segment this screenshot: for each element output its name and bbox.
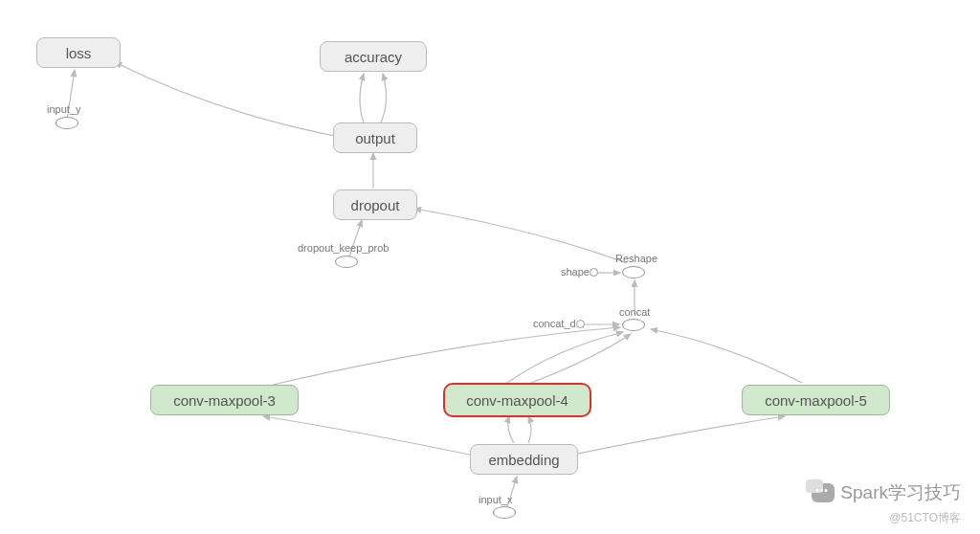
reshape-ellipse[interactable] bbox=[622, 266, 645, 278]
watermark-sub: @51CTO博客 bbox=[889, 510, 961, 526]
node-label: loss bbox=[66, 45, 92, 61]
watermark-main: Spark学习技巧 bbox=[812, 480, 961, 505]
concat-ellipse[interactable] bbox=[622, 319, 645, 331]
input-y-ellipse[interactable] bbox=[56, 117, 78, 129]
chat-icon bbox=[812, 483, 835, 502]
dropout-node[interactable]: dropout bbox=[333, 189, 417, 220]
watermark-text: Spark学习技巧 bbox=[840, 480, 961, 505]
dropout-keep-prob-ellipse[interactable] bbox=[335, 256, 358, 268]
reshape-label: Reshape bbox=[615, 253, 657, 264]
loss-node[interactable]: loss bbox=[36, 37, 121, 68]
node-label: dropout bbox=[351, 197, 400, 213]
input-x-label: input_x bbox=[479, 494, 512, 505]
concat-label: concat bbox=[619, 306, 650, 318]
concat-d-circle[interactable] bbox=[576, 320, 585, 328]
node-label: embedding bbox=[488, 452, 559, 468]
conv-maxpool-4-node[interactable]: conv-maxpool-4 bbox=[443, 383, 591, 417]
node-label: conv-maxpool-3 bbox=[173, 392, 276, 409]
conv-maxpool-3-node[interactable]: conv-maxpool-3 bbox=[150, 385, 299, 415]
input-x-ellipse[interactable] bbox=[493, 506, 516, 519]
embedding-node[interactable]: embedding bbox=[470, 444, 578, 475]
shape-circle[interactable] bbox=[590, 268, 598, 277]
node-label: accuracy bbox=[345, 49, 402, 65]
node-label: output bbox=[355, 130, 395, 146]
dropout-keep-prob-label: dropout_keep_prob bbox=[298, 242, 389, 254]
input-y-label: input_y bbox=[47, 103, 80, 115]
conv-maxpool-5-node[interactable]: conv-maxpool-5 bbox=[742, 385, 890, 415]
node-label: conv-maxpool-5 bbox=[765, 392, 867, 409]
output-node[interactable]: output bbox=[333, 122, 417, 153]
shape-label: shape bbox=[561, 266, 590, 278]
node-label: conv-maxpool-4 bbox=[466, 392, 568, 409]
accuracy-node[interactable]: accuracy bbox=[320, 41, 427, 72]
